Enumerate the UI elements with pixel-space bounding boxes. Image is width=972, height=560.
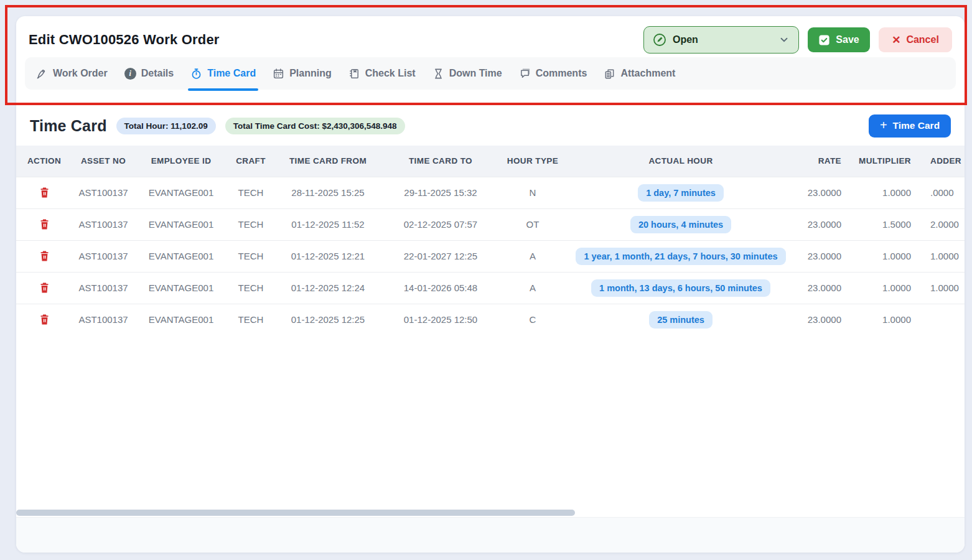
tab-label: Details — [141, 68, 174, 79]
cell-craft: TECH — [228, 240, 274, 272]
cell-rate: 23.0000 — [795, 177, 849, 208]
cell-hour-type: A — [499, 272, 566, 304]
hourglass-icon — [432, 68, 444, 80]
cell-asset-no: AST100137 — [72, 177, 134, 208]
cell-time-card-to: 01-12-2025 12:50 — [382, 304, 499, 335]
tab-check-list[interactable]: Check List — [348, 57, 416, 90]
col-asset-no: ASSET NO — [72, 146, 134, 177]
cell-hour-type: OT — [499, 208, 566, 240]
delete-row-button[interactable] — [37, 217, 52, 231]
cell-rate: 23.0000 — [795, 304, 849, 335]
status-dropdown[interactable]: Open — [643, 26, 799, 54]
cell-actual-hour: 20 hours, 4 minutes — [566, 208, 795, 240]
cell-craft: TECH — [228, 177, 274, 208]
add-time-card-button[interactable]: + Time Card — [869, 114, 951, 138]
cell-multiplier: 1.0000 — [849, 177, 924, 208]
cell-action — [16, 240, 72, 272]
tab-work-order[interactable]: Work Order — [36, 57, 108, 90]
add-time-card-label: Time Card — [893, 120, 940, 131]
table-row: AST100137EVANTAGE001TECH01-12-2025 12:21… — [16, 240, 965, 272]
chevron-down-icon — [778, 34, 790, 45]
cell-actual-hour: 1 day, 7 minutes — [566, 177, 795, 208]
tab-label: Comments — [536, 68, 587, 79]
col-employee-id: EMPLOYEE ID — [134, 146, 228, 177]
cell-employee-id: EVANTAGE001 — [134, 240, 228, 272]
cell-hour-type: A — [499, 240, 566, 272]
table-row: AST100137EVANTAGE001TECH01-12-2025 12:24… — [16, 272, 965, 304]
header-controls: Open Save ✕ Cancel — [643, 26, 952, 54]
horizontal-scrollbar-thumb[interactable] — [16, 510, 575, 516]
status-open-icon — [653, 33, 666, 47]
cell-multiplier: 1.0000 — [849, 304, 924, 335]
delete-row-button[interactable] — [37, 185, 52, 200]
chat-bubble-icon — [519, 68, 531, 80]
cell-time-card-to: 14-01-2026 05:48 — [382, 272, 499, 304]
cell-multiplier: 1.5000 — [849, 208, 924, 240]
cell-craft: TECH — [228, 272, 274, 304]
plus-icon: + — [880, 119, 887, 131]
time-card-table-container: ACTION ASSET NO EMPLOYEE ID CRAFT TIME C… — [16, 146, 965, 335]
cell-action — [16, 272, 72, 304]
col-time-card-to: TIME CARD TO — [382, 146, 499, 177]
cell-time-card-from: 01-12-2025 12:25 — [274, 304, 382, 335]
actual-hour-badge: 25 minutes — [649, 311, 713, 329]
save-label: Save — [836, 34, 859, 45]
cell-actual-hour: 1 year, 1 month, 21 days, 7 hours, 30 mi… — [566, 240, 795, 272]
cell-asset-no: AST100137 — [72, 272, 134, 304]
cell-time-card-to: 29-11-2025 15:32 — [382, 177, 499, 208]
cell-action — [16, 208, 72, 240]
cell-employee-id: EVANTAGE001 — [134, 304, 228, 335]
tab-label: Down Time — [449, 68, 502, 79]
info-icon: i — [124, 68, 136, 80]
stopwatch-icon — [190, 68, 202, 80]
tab-details[interactable]: i Details — [124, 57, 174, 90]
cell-action — [16, 177, 72, 208]
card-header: Edit CWO100526 Work Order Open Save ✕ Ca… — [16, 16, 965, 55]
section-title: Time Card — [30, 117, 107, 135]
tab-down-time[interactable]: Down Time — [432, 57, 502, 90]
tab-time-card[interactable]: Time Card — [190, 57, 256, 90]
actual-hour-badge: 1 year, 1 month, 21 days, 7 hours, 30 mi… — [576, 248, 785, 265]
notebook-icon — [348, 68, 360, 80]
cell-asset-no: AST100137 — [72, 304, 134, 335]
actual-hour-badge: 20 hours, 4 minutes — [630, 216, 731, 233]
section-row: Time Card Total Hour: 11,102.09 Total Ti… — [16, 103, 965, 138]
cell-actual-hour: 1 month, 13 days, 6 hours, 50 minutes — [566, 272, 795, 304]
table-row: AST100137EVANTAGE001TECH01-12-2025 12:25… — [16, 304, 965, 335]
tab-comments[interactable]: Comments — [519, 57, 587, 90]
save-button[interactable]: Save — [808, 27, 870, 52]
calendar-icon — [273, 68, 284, 80]
tab-label: Check List — [365, 68, 416, 79]
cell-adder — [924, 304, 965, 335]
tab-label: Work Order — [53, 68, 108, 79]
cell-employee-id: EVANTAGE001 — [134, 208, 228, 240]
cancel-button[interactable]: ✕ Cancel — [879, 27, 952, 52]
col-action: ACTION — [16, 146, 72, 177]
tab-attachment[interactable]: Attachment — [604, 57, 675, 90]
col-time-card-from: TIME CARD FROM — [274, 146, 382, 177]
delete-row-button[interactable] — [37, 312, 52, 327]
cell-rate: 23.0000 — [795, 272, 849, 304]
work-order-card: Edit CWO100526 Work Order Open Save ✕ Ca… — [16, 16, 965, 553]
tab-label: Attachment — [620, 68, 675, 79]
cell-hour-type: C — [499, 304, 566, 335]
table-header-row: ACTION ASSET NO EMPLOYEE ID CRAFT TIME C… — [16, 146, 965, 177]
cancel-x-icon: ✕ — [892, 35, 900, 45]
cell-time-card-from: 28-11-2025 15:25 — [274, 177, 382, 208]
delete-row-button[interactable] — [37, 249, 52, 263]
cell-craft: TECH — [228, 208, 274, 240]
cell-asset-no: AST100137 — [72, 240, 134, 272]
delete-row-button[interactable] — [37, 281, 52, 295]
cell-craft: TECH — [228, 304, 274, 335]
cell-actual-hour: 25 minutes — [566, 304, 795, 335]
documents-icon — [604, 68, 615, 80]
tab-label: Time Card — [207, 68, 256, 79]
page-title: Edit CWO100526 Work Order — [29, 32, 220, 48]
cell-hour-type: N — [499, 177, 566, 208]
time-card-table: ACTION ASSET NO EMPLOYEE ID CRAFT TIME C… — [16, 146, 965, 335]
col-hour-type: HOUR TYPE — [499, 146, 566, 177]
col-rate: RATE — [795, 146, 849, 177]
horizontal-scrollbar — [16, 509, 965, 517]
tab-planning[interactable]: Planning — [273, 57, 332, 90]
col-craft: CRAFT — [228, 146, 274, 177]
